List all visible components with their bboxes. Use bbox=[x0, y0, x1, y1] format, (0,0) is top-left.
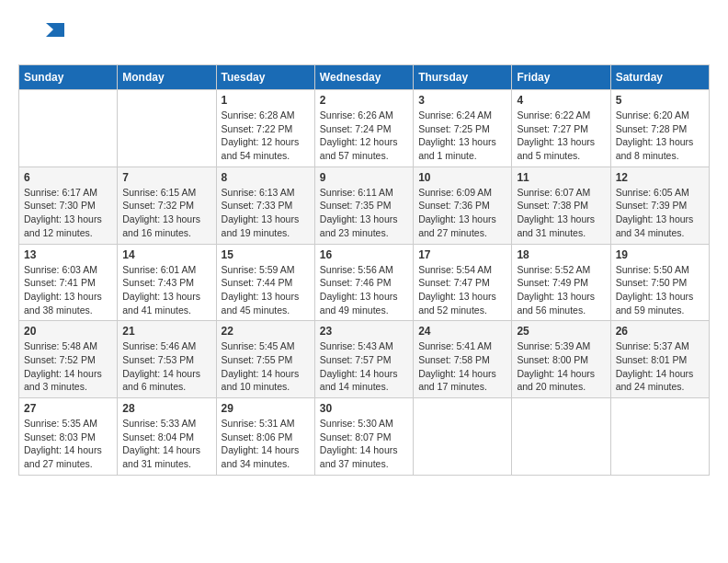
day-number: 15 bbox=[222, 248, 310, 261]
day-number: 1 bbox=[222, 94, 310, 107]
calendar-cell: 28Sunrise: 5:33 AMSunset: 8:04 PMDayligh… bbox=[118, 398, 216, 476]
calendar-header-saturday: Saturday bbox=[610, 65, 709, 90]
calendar-cell: 6Sunrise: 6:17 AMSunset: 7:30 PMDaylight… bbox=[19, 167, 118, 244]
calendar-cell bbox=[118, 90, 216, 167]
calendar-cell: 1Sunrise: 6:28 AMSunset: 7:22 PMDaylight… bbox=[216, 90, 314, 167]
calendar-header-sunday: Sunday bbox=[19, 65, 118, 90]
calendar-week-row: 27Sunrise: 5:35 AMSunset: 8:03 PMDayligh… bbox=[19, 398, 710, 476]
day-info: Sunrise: 6:13 AMSunset: 7:33 PMDaylight:… bbox=[222, 186, 310, 240]
day-info: Sunrise: 5:33 AMSunset: 8:04 PMDaylight:… bbox=[122, 417, 210, 471]
calendar-cell: 4Sunrise: 6:22 AMSunset: 7:27 PMDaylight… bbox=[512, 90, 610, 167]
day-number: 28 bbox=[122, 402, 210, 415]
day-number: 3 bbox=[418, 94, 506, 107]
calendar-cell: 26Sunrise: 5:37 AMSunset: 8:01 PMDayligh… bbox=[610, 321, 709, 398]
calendar-cell: 15Sunrise: 5:59 AMSunset: 7:44 PMDayligh… bbox=[216, 244, 314, 321]
day-info: Sunrise: 6:05 AMSunset: 7:39 PMDaylight:… bbox=[616, 186, 704, 240]
calendar-cell bbox=[414, 398, 512, 476]
calendar-cell: 13Sunrise: 6:03 AMSunset: 7:41 PMDayligh… bbox=[19, 244, 118, 321]
calendar-week-row: 1Sunrise: 6:28 AMSunset: 7:22 PMDaylight… bbox=[19, 90, 710, 167]
calendar-cell: 17Sunrise: 5:54 AMSunset: 7:47 PMDayligh… bbox=[414, 244, 512, 321]
day-info: Sunrise: 5:35 AMSunset: 8:03 PMDaylight:… bbox=[24, 417, 112, 471]
day-number: 21 bbox=[122, 325, 210, 338]
calendar-cell: 8Sunrise: 6:13 AMSunset: 7:33 PMDaylight… bbox=[216, 167, 314, 244]
day-info: Sunrise: 5:37 AMSunset: 8:01 PMDaylight:… bbox=[616, 339, 704, 394]
calendar-cell: 7Sunrise: 6:15 AMSunset: 7:32 PMDaylight… bbox=[118, 167, 216, 244]
day-number: 4 bbox=[517, 94, 605, 107]
day-number: 11 bbox=[517, 171, 605, 184]
calendar-cell: 27Sunrise: 5:35 AMSunset: 8:03 PMDayligh… bbox=[19, 398, 118, 476]
day-number: 16 bbox=[320, 248, 408, 261]
calendar-week-row: 20Sunrise: 5:48 AMSunset: 7:52 PMDayligh… bbox=[19, 321, 710, 398]
calendar-cell: 24Sunrise: 5:41 AMSunset: 7:58 PMDayligh… bbox=[414, 321, 512, 398]
calendar-cell: 14Sunrise: 6:01 AMSunset: 7:43 PMDayligh… bbox=[118, 244, 216, 321]
day-info: Sunrise: 5:39 AMSunset: 8:00 PMDaylight:… bbox=[517, 339, 605, 394]
logo: General Blue bbox=[18, 18, 68, 55]
day-info: Sunrise: 6:26 AMSunset: 7:24 PMDaylight:… bbox=[320, 109, 408, 163]
day-info: Sunrise: 5:56 AMSunset: 7:46 PMDaylight:… bbox=[320, 263, 408, 317]
day-info: Sunrise: 6:11 AMSunset: 7:35 PMDaylight:… bbox=[320, 186, 408, 240]
day-info: Sunrise: 6:22 AMSunset: 7:27 PMDaylight:… bbox=[517, 109, 605, 163]
day-number: 30 bbox=[320, 402, 408, 415]
calendar-header-wednesday: Wednesday bbox=[314, 65, 413, 90]
day-number: 20 bbox=[24, 325, 112, 338]
calendar-cell: 16Sunrise: 5:56 AMSunset: 7:46 PMDayligh… bbox=[314, 244, 413, 321]
calendar-cell: 21Sunrise: 5:46 AMSunset: 7:53 PMDayligh… bbox=[118, 321, 216, 398]
calendar-cell: 22Sunrise: 5:45 AMSunset: 7:55 PMDayligh… bbox=[216, 321, 314, 398]
day-number: 9 bbox=[320, 171, 408, 184]
day-number: 27 bbox=[24, 402, 112, 415]
calendar-cell: 30Sunrise: 5:30 AMSunset: 8:07 PMDayligh… bbox=[314, 398, 413, 476]
day-info: Sunrise: 5:31 AMSunset: 8:06 PMDaylight:… bbox=[222, 417, 310, 471]
calendar-header-tuesday: Tuesday bbox=[216, 65, 314, 90]
day-info: Sunrise: 6:28 AMSunset: 7:22 PMDaylight:… bbox=[222, 109, 310, 163]
calendar-header-row: SundayMondayTuesdayWednesdayThursdayFrid… bbox=[19, 65, 710, 90]
svg-marker-0 bbox=[46, 23, 64, 37]
page-header: General Blue bbox=[18, 18, 710, 55]
calendar-header-friday: Friday bbox=[512, 65, 610, 90]
calendar-cell: 20Sunrise: 5:48 AMSunset: 7:52 PMDayligh… bbox=[19, 321, 118, 398]
day-number: 22 bbox=[222, 325, 310, 338]
calendar-cell bbox=[610, 398, 709, 476]
day-info: Sunrise: 5:30 AMSunset: 8:07 PMDaylight:… bbox=[320, 417, 408, 471]
day-number: 29 bbox=[222, 402, 310, 415]
calendar-cell: 10Sunrise: 6:09 AMSunset: 7:36 PMDayligh… bbox=[414, 167, 512, 244]
calendar-cell: 18Sunrise: 5:52 AMSunset: 7:49 PMDayligh… bbox=[512, 244, 610, 321]
calendar-cell bbox=[19, 90, 118, 167]
day-info: Sunrise: 6:15 AMSunset: 7:32 PMDaylight:… bbox=[122, 186, 210, 240]
day-number: 5 bbox=[616, 94, 704, 107]
calendar-table: SundayMondayTuesdayWednesdayThursdayFrid… bbox=[18, 64, 710, 476]
day-number: 23 bbox=[320, 325, 408, 338]
calendar-cell: 2Sunrise: 6:26 AMSunset: 7:24 PMDaylight… bbox=[314, 90, 413, 167]
day-number: 2 bbox=[320, 94, 408, 107]
day-number: 13 bbox=[24, 248, 112, 261]
calendar-cell: 11Sunrise: 6:07 AMSunset: 7:38 PMDayligh… bbox=[512, 167, 610, 244]
calendar-header-monday: Monday bbox=[118, 65, 216, 90]
day-info: Sunrise: 6:09 AMSunset: 7:36 PMDaylight:… bbox=[418, 186, 506, 240]
day-number: 6 bbox=[24, 171, 112, 184]
day-number: 18 bbox=[517, 248, 605, 261]
day-number: 19 bbox=[616, 248, 704, 261]
day-info: Sunrise: 6:01 AMSunset: 7:43 PMDaylight:… bbox=[122, 263, 210, 317]
day-number: 10 bbox=[418, 171, 506, 184]
day-info: Sunrise: 5:54 AMSunset: 7:47 PMDaylight:… bbox=[418, 263, 506, 317]
calendar-cell: 23Sunrise: 5:43 AMSunset: 7:57 PMDayligh… bbox=[314, 321, 413, 398]
day-info: Sunrise: 6:20 AMSunset: 7:28 PMDaylight:… bbox=[616, 109, 704, 163]
calendar-week-row: 13Sunrise: 6:03 AMSunset: 7:41 PMDayligh… bbox=[19, 244, 710, 321]
day-number: 7 bbox=[122, 171, 210, 184]
day-info: Sunrise: 5:48 AMSunset: 7:52 PMDaylight:… bbox=[24, 339, 112, 394]
day-number: 26 bbox=[616, 325, 704, 338]
day-number: 25 bbox=[517, 325, 605, 338]
day-info: Sunrise: 5:43 AMSunset: 7:57 PMDaylight:… bbox=[320, 339, 408, 394]
day-number: 17 bbox=[418, 248, 506, 261]
calendar-cell bbox=[512, 398, 610, 476]
logo-svg bbox=[18, 18, 64, 55]
calendar-cell: 3Sunrise: 6:24 AMSunset: 7:25 PMDaylight… bbox=[414, 90, 512, 167]
calendar-week-row: 6Sunrise: 6:17 AMSunset: 7:30 PMDaylight… bbox=[19, 167, 710, 244]
calendar-cell: 19Sunrise: 5:50 AMSunset: 7:50 PMDayligh… bbox=[610, 244, 709, 321]
day-info: Sunrise: 6:07 AMSunset: 7:38 PMDaylight:… bbox=[517, 186, 605, 240]
day-info: Sunrise: 5:52 AMSunset: 7:49 PMDaylight:… bbox=[517, 263, 605, 317]
calendar-cell: 12Sunrise: 6:05 AMSunset: 7:39 PMDayligh… bbox=[610, 167, 709, 244]
day-number: 14 bbox=[122, 248, 210, 261]
day-info: Sunrise: 6:17 AMSunset: 7:30 PMDaylight:… bbox=[24, 186, 112, 240]
day-number: 12 bbox=[616, 171, 704, 184]
day-info: Sunrise: 5:45 AMSunset: 7:55 PMDaylight:… bbox=[222, 339, 310, 394]
